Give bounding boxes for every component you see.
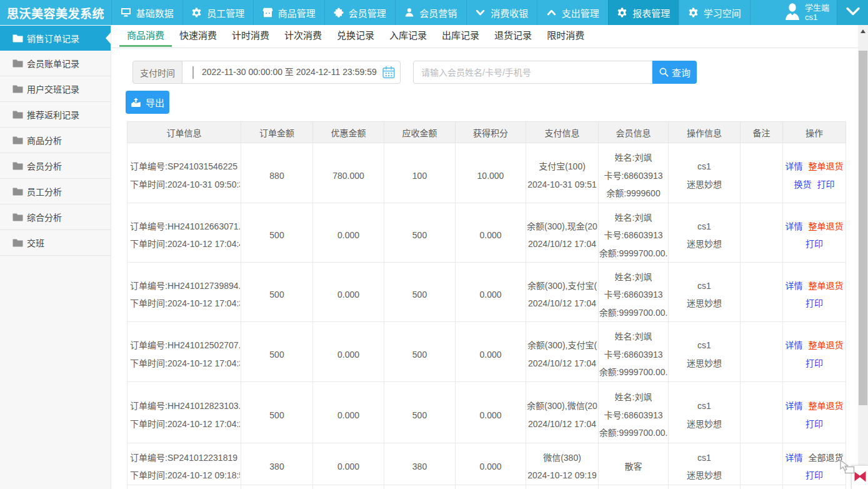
tab-2[interactable]: 快速消费 — [172, 25, 224, 48]
cell-remark — [741, 382, 783, 443]
action-整单退货[interactable]: 整单退货 — [809, 397, 844, 415]
action-详情[interactable]: 详情 — [786, 397, 803, 415]
time-type-button[interactable]: 支付时间 — [132, 61, 182, 84]
tab-6[interactable]: 入库记录 — [382, 25, 434, 48]
puzzle-icon — [334, 8, 344, 18]
user-info[interactable]: 学生端cs1 — [750, 0, 837, 25]
nav-item-label: 会员营销 — [419, 6, 457, 19]
nav-item-4[interactable]: 会员管理 — [324, 0, 396, 25]
cell-receivable: 100 — [384, 143, 456, 203]
nav-item-8[interactable]: 报表管理 — [608, 0, 679, 25]
cell-amount: 500 — [241, 322, 313, 382]
cell-operator: cs1迷思妙想 — [669, 263, 741, 322]
nav-item-6[interactable]: 消费收银 — [466, 0, 537, 25]
sidebar-item-2[interactable]: 会员账单记录 — [0, 51, 111, 76]
active-item-arrow — [106, 33, 111, 44]
search-button[interactable]: 查询 — [652, 61, 697, 84]
search-input[interactable] — [421, 61, 646, 83]
folder-icon — [12, 59, 23, 68]
calendar-icon — [382, 66, 396, 82]
action-详情[interactable]: 详情 — [786, 218, 803, 236]
sidebar-item-7[interactable]: 员工分析 — [0, 179, 111, 204]
action-打印[interactable]: 打印 — [817, 176, 835, 194]
tab-5[interactable]: 兑换记录 — [329, 25, 382, 48]
column-header: 应收金额 — [384, 122, 456, 143]
action-打印[interactable]: 打印 — [806, 415, 823, 433]
cell-discount: 0.000 — [313, 322, 384, 382]
action-详情[interactable]: 详情 — [786, 277, 803, 295]
nav-item-3[interactable]: 商品管理 — [253, 0, 324, 25]
collapse-menu-button[interactable] — [837, 0, 868, 25]
cell-payment: 支付宝(100)2024-10-31 09:51 — [526, 143, 599, 203]
sidebar-item-label: 销售订单记录 — [27, 32, 79, 44]
app-logo: 思沃美容美发系统 — [0, 0, 111, 25]
table-row: 订单编号:HH241012823103.下单时间:2024-10-12 17:0… — [127, 382, 846, 443]
action-换货[interactable]: 换货 — [794, 176, 812, 194]
cell-receivable: 500 — [384, 203, 456, 263]
cell-member: 散客 — [599, 443, 669, 485]
cell-member: 姓名:刘飒卡号:68603913余额:9999700.00. — [599, 322, 669, 382]
tab-4[interactable]: 计次消费 — [277, 25, 329, 48]
sidebar-item-5[interactable]: 商品分析 — [0, 128, 111, 153]
cell-amount: 880 — [241, 143, 313, 203]
action-详情[interactable]: 详情 — [786, 158, 803, 176]
column-header: 订单信息 — [127, 122, 241, 143]
tab-1[interactable]: 商品消费 — [119, 25, 172, 48]
folder-icon — [12, 239, 23, 247]
action-整单退货[interactable]: 整单退货 — [809, 218, 844, 236]
tab-3[interactable]: 计时消费 — [224, 25, 277, 48]
action-全部退货[interactable]: 全部退货 — [809, 449, 844, 467]
sidebar-item-label: 综合分析 — [27, 211, 62, 223]
tab-8[interactable]: 退货记录 — [487, 25, 539, 48]
action-打印[interactable]: 打印 — [806, 295, 823, 313]
column-header: 支付信息 — [526, 122, 599, 143]
action-整单退货[interactable]: 整单退货 — [809, 158, 844, 176]
column-header: 操作信息 — [669, 122, 741, 143]
scroll-up-arrow[interactable] — [858, 25, 868, 38]
action-详情[interactable]: 详情 — [786, 336, 803, 355]
nav-item-1[interactable]: 基础数据 — [111, 0, 182, 25]
cell-receivable: 500 — [384, 263, 456, 322]
nav-item-7[interactable]: 支出管理 — [537, 0, 608, 25]
sidebar-item-label: 员工分析 — [27, 185, 62, 198]
sidebar-item-label: 会员账单记录 — [27, 57, 79, 69]
action-打印[interactable]: 打印 — [806, 235, 823, 253]
action-详情[interactable]: 详情 — [786, 449, 803, 467]
vertical-scrollbar[interactable] — [858, 25, 868, 489]
column-header: 优惠金额 — [313, 122, 384, 143]
folder-icon — [12, 188, 23, 196]
scrollbar-thumb[interactable] — [859, 51, 867, 405]
cell-amount: 500 — [241, 382, 313, 443]
tab-7[interactable]: 出库记录 — [434, 25, 487, 48]
date-range-value: 2022-11-30 00:00:00 至 2024-12-11 23:59:5… — [202, 61, 377, 83]
chevron-down-icon — [846, 7, 861, 18]
sidebar-item-9[interactable]: 交班 — [0, 230, 111, 256]
sidebar-item-label: 交班 — [27, 236, 44, 249]
cell-points: 10.000 — [456, 143, 526, 203]
date-range-input[interactable]: 2022-11-30 00:00:00 至 2024-12-11 23:59:5… — [182, 61, 401, 84]
sidebar-item-6[interactable]: 会员分析 — [0, 153, 111, 179]
monitor-icon — [121, 8, 131, 18]
sidebar-item-1[interactable]: 销售订单记录 — [0, 26, 111, 51]
sidebar-item-label: 会员分析 — [27, 159, 62, 172]
nav-item-9[interactable]: 学习空间 — [679, 0, 750, 25]
action-整单退货[interactable]: 整单退货 — [809, 336, 844, 355]
folder-icon — [12, 213, 23, 221]
cell-operator: cs1迷思妙想 — [669, 382, 741, 443]
tab-9[interactable]: 限时消费 — [539, 25, 592, 48]
sidebar-item-3[interactable]: 用户交班记录 — [0, 76, 111, 102]
export-button[interactable]: 导出 — [126, 91, 169, 114]
action-整单退货[interactable]: 整单退货 — [809, 277, 844, 295]
cell-discount: 0.000 — [313, 203, 384, 263]
sidebar-item-label: 商品分析 — [27, 134, 62, 146]
action-打印[interactable]: 打印 — [806, 355, 823, 373]
sidebar-item-4[interactable]: 推荐返利记录 — [0, 102, 111, 128]
sidebar-item-8[interactable]: 综合分析 — [0, 204, 111, 230]
action-打印[interactable]: 打印 — [806, 466, 823, 485]
cell-actions: 详情整单退货打印 — [783, 382, 846, 443]
cell-operator: cs1迷思妙想 — [669, 443, 741, 485]
nav-item-5[interactable]: 会员营销 — [395, 0, 466, 25]
nav-item-2[interactable]: 员工管理 — [182, 0, 254, 25]
table-header-row: 订单信息订单金额优惠金额应收金额获得积分支付信息会员信息操作信息备注操作 — [127, 122, 846, 143]
cell-order-info: 订单编号:HH241012663071.下单时间:2024-10-12 17:0… — [127, 203, 241, 263]
